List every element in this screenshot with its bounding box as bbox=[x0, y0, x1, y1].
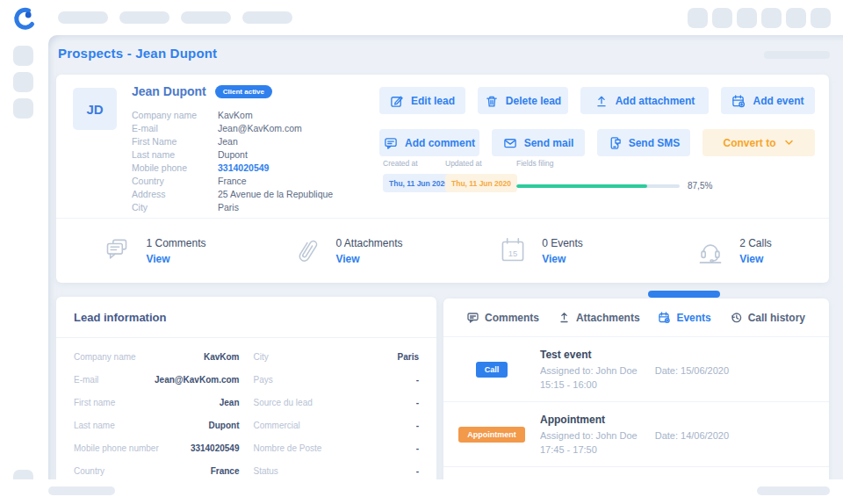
topbar-icon-placeholder[interactable] bbox=[737, 8, 757, 28]
envelope-icon bbox=[503, 136, 517, 150]
field-value: Paris bbox=[218, 202, 239, 212]
nav-item-placeholder[interactable] bbox=[58, 11, 108, 24]
updated-at-block: Updated at Thu, 11 Jun 2020 bbox=[445, 159, 517, 192]
topbar-icon-placeholder[interactable] bbox=[761, 8, 782, 28]
top-navigation-bar bbox=[48, 0, 843, 35]
history-icon bbox=[731, 312, 742, 323]
view-events-link[interactable]: View bbox=[542, 253, 583, 265]
comments-stat: 1 Comments View bbox=[56, 219, 249, 283]
event-item[interactable]: Call Test event Assigned to: John Doe Da… bbox=[443, 337, 829, 402]
mobile-phone-link[interactable]: 3314020549 bbox=[218, 162, 269, 173]
events-stat: 15 0 Events View bbox=[443, 219, 636, 283]
send-sms-button[interactable]: Send SMS bbox=[597, 129, 690, 156]
field-label: First Name bbox=[132, 136, 218, 147]
event-title: Test event bbox=[540, 349, 729, 361]
sidebar bbox=[0, 0, 48, 504]
calendar-icon bbox=[659, 312, 670, 323]
comment-icon bbox=[467, 312, 479, 323]
field-label: Address bbox=[132, 189, 218, 199]
kavkom-logo-icon[interactable] bbox=[11, 6, 36, 34]
stat-count: 2 Calls bbox=[739, 237, 772, 249]
stat-count: 0 Attachments bbox=[335, 237, 402, 249]
topbar-icon-placeholder[interactable] bbox=[811, 8, 831, 28]
fields-filling-label: Fields filing bbox=[516, 159, 815, 168]
lead-info-row: Mobile phone number3314020549 Nombre de … bbox=[74, 436, 419, 459]
field-label: Country bbox=[132, 176, 218, 186]
page-title: Prospects - Jean Dupont bbox=[58, 46, 217, 61]
active-tab-indicator bbox=[648, 291, 720, 298]
topbar-action-icons bbox=[688, 8, 831, 28]
edit-icon bbox=[390, 94, 404, 108]
add-attachment-button[interactable]: Add attachment bbox=[580, 87, 709, 114]
event-date: Date: 14/06/2020 bbox=[655, 430, 729, 441]
nav-item-placeholder[interactable] bbox=[119, 11, 169, 24]
sidebar-menu-placeholder[interactable] bbox=[13, 72, 33, 92]
event-date: Date: 15/06/2020 bbox=[655, 365, 729, 376]
send-mail-button[interactable]: Send mail bbox=[492, 129, 585, 156]
lead-info-row: E-mailJean@KavKom.com Pays- bbox=[74, 368, 419, 391]
stat-count: 0 Events bbox=[542, 237, 583, 249]
convert-to-button[interactable]: Convert to bbox=[702, 129, 815, 156]
activity-panel: Comments Attachments Events Call history… bbox=[443, 299, 829, 504]
nav-item-placeholder[interactable] bbox=[242, 11, 292, 24]
summary-stats-row: 1 Comments View 0 Attachments View 15 0 … bbox=[56, 218, 829, 283]
bottom-left-placeholder bbox=[48, 486, 115, 495]
event-item[interactable]: Appointment Appointment Assigned to: Joh… bbox=[443, 402, 829, 467]
field-value: 25 Avenue de la Republique bbox=[218, 189, 333, 199]
chevron-down-icon bbox=[783, 137, 795, 148]
field-value: KavKom bbox=[218, 110, 253, 120]
lead-meta-row: Created at Thu, 11 Jun 2020 Updated at T… bbox=[379, 159, 815, 198]
prospect-name: Jean Dupont bbox=[132, 84, 206, 98]
lead-information-title: Lead information bbox=[74, 311, 166, 324]
edit-lead-button[interactable]: Edit lead bbox=[379, 87, 465, 114]
sidebar-menu-placeholder[interactable] bbox=[13, 46, 33, 66]
topbar-icon-placeholder[interactable] bbox=[786, 8, 806, 28]
topbar-icon-placeholder[interactable] bbox=[712, 8, 732, 28]
field-label: Last name bbox=[132, 149, 218, 160]
created-at-label: Created at bbox=[383, 159, 455, 168]
lead-info-row: Last nameDupont Commercial- bbox=[74, 414, 419, 436]
view-calls-link[interactable]: View bbox=[739, 253, 772, 265]
lead-info-row: Company nameKavKom CityParis bbox=[74, 345, 419, 368]
updated-at-value: Thu, 11 Jun 2020 bbox=[445, 174, 517, 192]
tab-call-history[interactable]: Call history bbox=[731, 312, 805, 324]
created-at-value: Thu, 11 Jun 2020 bbox=[383, 174, 455, 192]
field-label: Mobile phone bbox=[132, 162, 218, 173]
field-label: City bbox=[132, 202, 218, 212]
event-type-badge: Call bbox=[476, 362, 508, 378]
add-comment-button[interactable]: Add comment bbox=[379, 129, 479, 156]
headset-icon bbox=[693, 234, 728, 269]
event-assigned: Assigned to: John Doe bbox=[540, 365, 638, 376]
calendar-plus-icon bbox=[731, 94, 746, 108]
tab-events[interactable]: Events bbox=[659, 312, 710, 324]
field-value: Jean@KavKom.com bbox=[218, 123, 302, 133]
upload-icon bbox=[558, 312, 570, 323]
tab-attachments[interactable]: Attachments bbox=[558, 312, 640, 324]
sms-icon bbox=[608, 136, 622, 150]
nav-item-placeholder[interactable] bbox=[181, 11, 231, 24]
tab-comments[interactable]: Comments bbox=[467, 312, 539, 324]
bottom-right-placeholder bbox=[757, 486, 830, 495]
avatar: JD bbox=[73, 88, 117, 130]
view-attachments-link[interactable]: View bbox=[335, 253, 402, 265]
add-event-button[interactable]: Add event bbox=[721, 87, 815, 114]
comment-icon bbox=[384, 136, 398, 150]
status-badge: Client active bbox=[215, 85, 272, 98]
profile-field-list: Company nameKavKom E-mailJean@KavKom.com… bbox=[132, 108, 333, 213]
comments-icon bbox=[99, 234, 134, 269]
field-label: Company name bbox=[132, 110, 218, 120]
event-title: Appointment bbox=[540, 414, 729, 426]
calendar-icon: 15 bbox=[495, 234, 530, 269]
activity-tabs: Comments Attachments Events Call history bbox=[443, 299, 829, 337]
lead-information-panel: Lead information Company nameKavKom City… bbox=[56, 297, 436, 504]
main-content: Prospects - Jean Dupont JD Jean Dupont C… bbox=[48, 35, 843, 504]
delete-lead-button[interactable]: Delete lead bbox=[478, 87, 568, 114]
field-value: France bbox=[218, 176, 247, 186]
updated-at-label: Updated at bbox=[445, 159, 517, 168]
field-value: Jean bbox=[218, 136, 238, 147]
view-comments-link[interactable]: View bbox=[146, 253, 205, 265]
topbar-icon-placeholder[interactable] bbox=[688, 8, 708, 28]
attachments-stat: 0 Attachments View bbox=[249, 219, 443, 283]
sidebar-menu-placeholder[interactable] bbox=[13, 98, 33, 119]
event-assigned: Assigned to: John Doe bbox=[540, 430, 638, 441]
